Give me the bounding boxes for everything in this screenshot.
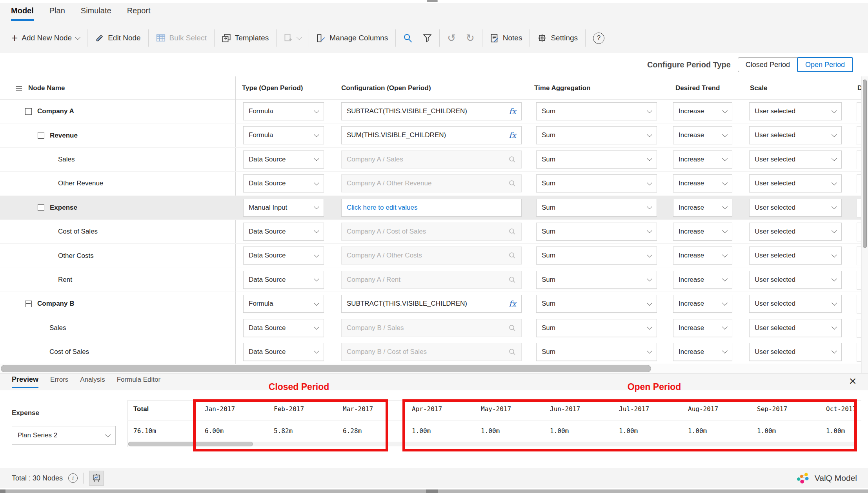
edit-node-button[interactable]: Edit Node: [90, 29, 146, 47]
node-name-cell[interactable]: Company A: [0, 100, 235, 123]
open-period-button[interactable]: Open Period: [797, 57, 853, 72]
tab-analysis[interactable]: Analysis: [80, 376, 105, 388]
time-aggregation-dropdown[interactable]: Sum: [536, 246, 657, 265]
scale-dropdown[interactable]: User selected: [749, 102, 842, 120]
time-aggregation-header[interactable]: Time Aggregation: [534, 76, 591, 100]
horizontal-scrollbar-thumb[interactable]: [1, 365, 651, 372]
tab-formula-editor[interactable]: Formula Editor: [117, 376, 160, 388]
collapse-icon[interactable]: [38, 132, 44, 139]
scale-dropdown[interactable]: User selected: [749, 343, 842, 361]
time-aggregation-dropdown[interactable]: Sum: [536, 271, 657, 289]
scale-dropdown[interactable]: User selected: [749, 223, 842, 241]
help-button[interactable]: ?: [588, 29, 610, 47]
desired-trend-dropdown[interactable]: Increase: [673, 102, 732, 120]
scale-dropdown[interactable]: User selected: [749, 150, 842, 169]
tab-model[interactable]: Model: [11, 6, 34, 21]
type-dropdown[interactable]: Formula: [243, 126, 324, 144]
node-name-cell[interactable]: Sales: [0, 316, 235, 340]
presentation-view-button[interactable]: [89, 471, 104, 486]
type-dropdown[interactable]: Formula: [243, 295, 324, 313]
type-dropdown[interactable]: Data Source: [243, 319, 324, 337]
desired-trend-dropdown[interactable]: Increase: [673, 174, 732, 192]
type-dropdown[interactable]: Data Source: [243, 246, 324, 265]
node-name-cell[interactable]: Other Costs: [0, 244, 235, 267]
time-aggregation-dropdown[interactable]: Sum: [536, 150, 657, 169]
node-name-cell[interactable]: Company B: [0, 292, 235, 315]
time-aggregation-dropdown[interactable]: Sum: [536, 102, 657, 120]
time-aggregation-dropdown[interactable]: Sum: [536, 174, 657, 192]
scale-dropdown[interactable]: User selected: [749, 199, 842, 217]
node-name-cell[interactable]: Rent: [0, 268, 235, 292]
manage-columns-button[interactable]: Manage Columns: [311, 29, 393, 47]
configuration-field[interactable]: Company B / Cost of Sales fx: [341, 343, 522, 361]
tab-errors[interactable]: Errors: [50, 376, 68, 388]
desired-trend-header[interactable]: Desired Trend: [675, 76, 720, 100]
vertical-scrollbar-thumb[interactable]: [863, 80, 867, 248]
undo-button[interactable]: ↺: [442, 29, 461, 47]
configuration-field[interactable]: Company A / Sales fx: [341, 150, 522, 169]
desired-trend-dropdown[interactable]: Increase: [673, 246, 732, 265]
info-icon[interactable]: i: [68, 473, 78, 483]
scale-dropdown[interactable]: User selected: [749, 271, 842, 289]
time-aggregation-dropdown[interactable]: Sum: [536, 295, 657, 313]
desired-trend-dropdown[interactable]: Increase: [673, 295, 732, 313]
node-name-header[interactable]: Node Name: [16, 76, 65, 100]
window-drag-handle[interactable]: [427, 0, 438, 2]
horizontal-scrollbar[interactable]: [0, 364, 861, 373]
type-dropdown[interactable]: Data Source: [243, 150, 324, 169]
filter-button[interactable]: [418, 29, 437, 47]
node-name-cell[interactable]: Sales: [0, 148, 235, 171]
close-icon[interactable]: ×: [844, 373, 861, 389]
scale-header[interactable]: Scale: [750, 76, 767, 100]
time-aggregation-dropdown[interactable]: Sum: [536, 319, 657, 337]
scale-dropdown[interactable]: User selected: [749, 126, 842, 144]
tab-plan[interactable]: Plan: [49, 6, 65, 21]
type-dropdown[interactable]: Data Source: [243, 174, 324, 192]
type-dropdown[interactable]: Data Source: [243, 271, 324, 289]
tab-preview[interactable]: Preview: [12, 375, 38, 388]
settings-button[interactable]: Settings: [532, 29, 583, 47]
type-dropdown[interactable]: Data Source: [243, 343, 324, 361]
add-new-node-button[interactable]: + Add New Node: [6, 29, 85, 47]
templates-button[interactable]: Templates: [217, 29, 274, 47]
node-name-cell[interactable]: Cost of Sales: [0, 340, 235, 364]
node-name-cell[interactable]: Other Revenue: [0, 172, 235, 195]
bulk-select-button[interactable]: Bulk Select: [151, 29, 212, 47]
desired-trend-dropdown[interactable]: Increase: [673, 150, 732, 169]
vertical-scrollbar[interactable]: [861, 76, 868, 373]
node-name-cell[interactable]: Cost of Sales: [0, 220, 235, 243]
collapse-icon[interactable]: [38, 204, 44, 211]
closed-period-button[interactable]: Closed Period: [738, 57, 798, 72]
configuration-field[interactable]: Company A / Cost of Sales fx: [341, 223, 522, 241]
configuration-field[interactable]: SUBTRACT(THIS.VISIBLE_CHILDREN) fx: [341, 295, 522, 313]
type-header[interactable]: Type (Open Period): [242, 76, 303, 100]
collapse-icon[interactable]: [25, 108, 32, 115]
plan-series-dropdown[interactable]: Plan Series 2: [12, 426, 116, 445]
node-name-cell[interactable]: Revenue: [0, 123, 235, 147]
configuration-field[interactable]: Company A / Other Revenue fx: [341, 174, 522, 192]
configuration-field[interactable]: Company B / Sales fx: [341, 319, 522, 337]
configuration-header[interactable]: Configuration (Open Period): [341, 76, 431, 100]
configuration-field[interactable]: Company A / Other Costs fx: [341, 246, 522, 265]
scale-dropdown[interactable]: User selected: [749, 319, 842, 337]
desired-trend-dropdown[interactable]: Increase: [673, 223, 732, 241]
configuration-field[interactable]: Company A / Rent fx: [341, 271, 522, 289]
page-scrollbar-nub[interactable]: [0, 489, 5, 493]
desired-trend-dropdown[interactable]: Increase: [673, 319, 732, 337]
time-aggregation-dropdown[interactable]: Sum: [536, 199, 657, 217]
scale-dropdown[interactable]: User selected: [749, 174, 842, 192]
notes-button[interactable]: Notes: [485, 29, 528, 47]
auto-layout-button[interactable]: [279, 29, 306, 47]
type-dropdown[interactable]: Data Source: [243, 223, 324, 241]
time-aggregation-dropdown[interactable]: Sum: [536, 343, 657, 361]
configuration-field[interactable]: Click here to edit values fx: [341, 199, 522, 217]
collapse-icon[interactable]: [25, 301, 32, 307]
time-aggregation-dropdown[interactable]: Sum: [536, 223, 657, 241]
type-dropdown[interactable]: Formula: [243, 102, 324, 120]
scale-dropdown[interactable]: User selected: [749, 295, 842, 313]
desired-trend-dropdown[interactable]: Increase: [673, 126, 732, 144]
type-dropdown[interactable]: Manual Input: [243, 199, 324, 217]
page-horizontal-scrollbar[interactable]: [0, 489, 868, 493]
desired-trend-dropdown[interactable]: Increase: [673, 199, 732, 217]
tab-simulate[interactable]: Simulate: [81, 6, 111, 21]
